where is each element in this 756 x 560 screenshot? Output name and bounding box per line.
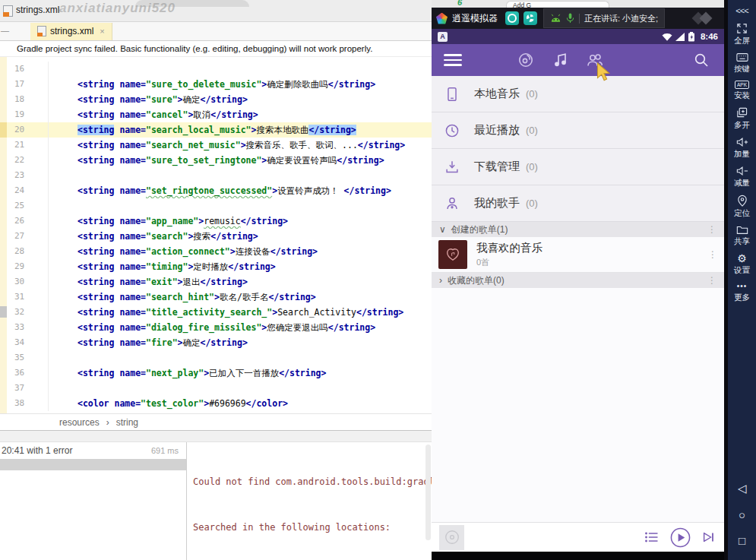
code-line[interactable]: 23 xyxy=(7,168,432,183)
section-created-playlists[interactable]: ∨ 创建的歌单(1) ⋮ xyxy=(432,222,724,237)
code-editor[interactable]: 16 17<string name="sure_to_delete_music"… xyxy=(0,57,432,413)
hamburger-menu-icon[interactable] xyxy=(444,54,462,69)
code-line[interactable]: 22<string name="sure_to_set_ringtone">确定… xyxy=(7,153,432,168)
emulator-title-bar[interactable]: 逍遥模拟器 正在讲话: 小迪安全; xyxy=(432,8,724,29)
sidebar-item-keymap[interactable]: 按键 xyxy=(734,52,750,74)
xml-close: </string> xyxy=(228,261,275,272)
overflow-menu-icon[interactable]: ⋮ xyxy=(707,224,716,235)
sidebar-item-shared-folder[interactable]: 共享 xyxy=(734,225,750,247)
xml-close: </string> xyxy=(241,216,288,226)
code-line-highlighted[interactable]: 20<string name="search_local_music">搜索本地… xyxy=(7,122,432,138)
breadcrumb-resources[interactable]: resources xyxy=(59,417,100,428)
breadcrumb-string[interactable]: string xyxy=(116,417,138,428)
xml-value: "exit" xyxy=(146,277,178,287)
code-line[interactable]: 24<string name="set_ringtone_successed">… xyxy=(7,183,432,198)
play-queue-icon[interactable] xyxy=(644,530,660,544)
xml-value: "fire" xyxy=(146,337,178,348)
code-line[interactable]: 17<string name="sure_to_delete_music">确定… xyxy=(7,77,432,92)
xml-close: </string> xyxy=(344,185,391,196)
record-icon[interactable] xyxy=(505,11,519,25)
code-line[interactable]: 21<string name="search_net_music">搜索音乐、歌… xyxy=(7,138,432,153)
code-line[interactable]: 38<color name="test_color">#696969</colo… xyxy=(7,396,432,411)
xml-open: <string xyxy=(77,231,114,242)
menu-count: (0) xyxy=(526,88,538,100)
voice-overlay: 正在讲话: 小迪安全; xyxy=(543,8,665,28)
xml-text: #696969 xyxy=(209,398,245,409)
tab-strings-xml[interactable]: strings.xml × xyxy=(30,23,112,40)
xml-text: 确定 xyxy=(183,94,201,105)
menu-row-my-singers[interactable]: 我的歌手 (0) xyxy=(432,185,724,222)
sidebar-item-multi-instance[interactable]: 多开 xyxy=(734,107,750,131)
output-scrollbar[interactable] xyxy=(425,445,431,540)
emulator-title: 逍遥模拟器 xyxy=(452,12,498,25)
overflow-menu-icon[interactable]: ⋮ xyxy=(708,249,717,260)
code-line[interactable]: 19<string name="cancel">取消</string> xyxy=(7,107,432,122)
download-icon xyxy=(444,158,460,176)
selected-message-row[interactable] xyxy=(0,459,186,470)
playlist-row-favorites[interactable]: 我喜欢的音乐 0首 ⋮ xyxy=(432,237,724,273)
menu-row-download-manager[interactable]: 下载管理 (0) xyxy=(432,149,724,185)
android-back-button[interactable]: ◁ xyxy=(738,482,747,495)
code-line[interactable]: 25 xyxy=(7,198,432,214)
build-status-row[interactable]: 20:41 with 1 error 691 ms xyxy=(0,442,186,459)
sidebar-item-more[interactable]: ••• 更多 xyxy=(734,282,750,303)
sidebar-item-location[interactable]: 定位 xyxy=(734,195,750,219)
android-recents-button[interactable]: □ xyxy=(739,534,745,547)
sidebar-item-install-apk[interactable]: APK 安装 xyxy=(734,81,750,101)
code-line[interactable]: 36<string name="next_play">已加入下一首播放</str… xyxy=(7,365,432,381)
xml-value: "set_ringtone_successed" xyxy=(146,185,272,196)
menu-label: 本地音乐 xyxy=(474,87,520,101)
xml-open: <string xyxy=(77,216,114,226)
code-line[interactable]: 32<string name="title_activity_search_">… xyxy=(7,305,432,320)
xml-close: </string> xyxy=(279,368,326,378)
sidebar-item-settings[interactable]: ⚙ 设置 xyxy=(734,253,750,276)
code-line[interactable]: 16 xyxy=(7,62,432,77)
shutter-icon[interactable] xyxy=(524,11,537,25)
xml-text: 确定要设置铃声吗 xyxy=(267,155,337,166)
xml-close: </string> xyxy=(358,140,405,150)
xml-value: "search_local_music" xyxy=(146,125,251,135)
messages-panel: 20:41 with 1 error 691 ms Could not find… xyxy=(0,430,432,560)
memu-logo-icon xyxy=(436,13,448,24)
code-line[interactable]: 37 xyxy=(7,381,432,396)
xml-open: <string xyxy=(77,368,114,378)
sidebar-item-volume-up[interactable]: 加量 xyxy=(734,137,750,160)
sidebar-item-fullscreen[interactable]: 全屏 xyxy=(734,23,750,46)
mini-player-bar[interactable] xyxy=(432,522,724,552)
collapse-sidebar-icon[interactable]: <<< xyxy=(735,6,748,15)
xml-value: "dialog_fire_missiles" xyxy=(146,322,261,333)
xml-value: "search" xyxy=(146,231,188,242)
code-line[interactable]: 29<string name="timing">定时播放</string> xyxy=(7,259,432,274)
album-placeholder-disc-icon xyxy=(439,525,464,550)
tab-close-icon[interactable]: × xyxy=(100,27,104,36)
tab-discover-disc-icon[interactable] xyxy=(517,51,535,69)
menu-row-local-music[interactable]: 本地音乐 (0) xyxy=(432,76,724,112)
code-line[interactable]: 30<string name="exit">退出</string> xyxy=(7,274,432,289)
play-button[interactable] xyxy=(670,527,691,548)
code-line[interactable]: 34<string name="fire">确定</string> xyxy=(7,335,432,350)
android-home-button[interactable]: ○ xyxy=(739,508,745,521)
code-line[interactable]: 18<string name="sure">确定</string> xyxy=(7,92,432,107)
code-line[interactable]: 26<string name="app_name">remusic</strin… xyxy=(7,214,432,229)
xml-attr: name= xyxy=(114,140,146,150)
gear-icon: ⚙ xyxy=(737,253,747,264)
next-track-button[interactable] xyxy=(701,530,716,545)
watermark-text: anxiatianyuni520 xyxy=(59,1,176,16)
section-collected-playlists[interactable]: › 收藏的歌单(0) ⋮ xyxy=(432,273,724,288)
menu-row-recent-played[interactable]: 最近播放 (0) xyxy=(432,112,724,149)
code-line[interactable]: 35 xyxy=(7,350,432,365)
background-browser-tab: Add G xyxy=(506,1,609,8)
xml-attr: name= xyxy=(114,216,146,226)
overflow-menu-icon[interactable]: ⋮ xyxy=(707,275,716,286)
code-line[interactable]: 27<string name="search">搜索</string> xyxy=(7,229,432,244)
sidebar-item-volume-down[interactable]: 减量 xyxy=(734,166,750,188)
messages-tree-pane: 20:41 with 1 error 691 ms xyxy=(0,442,187,560)
code-line[interactable]: 33<string name="dialog_fire_missiles">您确… xyxy=(7,320,432,335)
code-line[interactable]: 31<string name="search_hint">歌名/歌手名</str… xyxy=(7,289,432,305)
code-line[interactable]: 28<string name="action_connect">连接设备</st… xyxy=(7,244,432,259)
xml-attr: name= xyxy=(114,185,146,196)
tab-music-note-icon[interactable] xyxy=(552,51,570,69)
xml-close: </color> xyxy=(246,398,288,409)
search-icon[interactable] xyxy=(692,51,710,69)
xml-attr: name= xyxy=(114,79,146,90)
